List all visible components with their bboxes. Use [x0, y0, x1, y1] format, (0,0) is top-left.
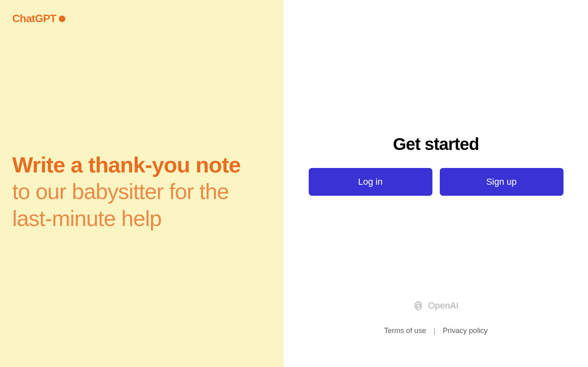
login-button[interactable]: Log in: [309, 168, 432, 196]
footer-divider: |: [434, 327, 436, 335]
left-panel: ChatGPT Write a thank-you note to our ba…: [0, 0, 284, 367]
right-panel: Get started Log in Sign up OpenAI Terms …: [284, 0, 588, 367]
openai-brand: OpenAI: [413, 300, 459, 311]
get-started-heading: Get started: [393, 134, 479, 154]
openai-icon: [413, 300, 424, 311]
prompt-light-text: to our babysitter for the last-minute he…: [12, 178, 263, 232]
get-started-section: Get started Log in Sign up: [309, 134, 564, 196]
logo-text: ChatGPT: [12, 12, 56, 25]
chatgpt-logo: ChatGPT: [12, 12, 272, 25]
openai-text: OpenAI: [428, 300, 459, 311]
footer-links: Terms of use | Privacy policy: [384, 327, 488, 335]
auth-button-row: Log in Sign up: [309, 168, 564, 196]
footer-section: OpenAI Terms of use | Privacy policy: [384, 300, 488, 335]
terms-of-use-link[interactable]: Terms of use: [384, 327, 426, 335]
logo-dot-icon: [59, 16, 65, 22]
privacy-policy-link[interactable]: Privacy policy: [443, 327, 488, 335]
example-prompt: Write a thank-you note to our babysitter…: [12, 152, 272, 232]
prompt-bold-text: Write a thank-you note: [12, 152, 263, 178]
signup-button[interactable]: Sign up: [440, 168, 564, 196]
